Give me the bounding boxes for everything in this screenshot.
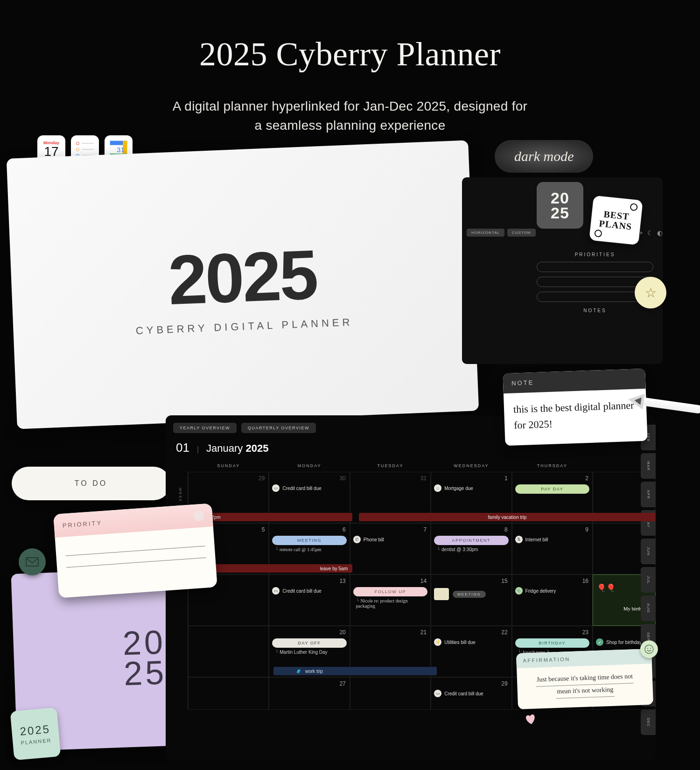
sticky-memo-icon (434, 588, 449, 600)
month-tab[interactable]: DEC (641, 709, 656, 735)
tab-horizontal[interactable]: HORIZONTAL (467, 229, 504, 237)
notes-heading: NOTES (537, 308, 653, 313)
dark-mode-label: dark mode (495, 140, 593, 173)
svg-point-10 (650, 648, 651, 649)
tab-custom[interactable]: CUSTOM (507, 229, 536, 237)
dark-year-box: 20 25 (537, 182, 583, 229)
birthday-pill: BIRTHDAY (515, 638, 589, 648)
payday-pill: PAY DAY (515, 484, 589, 494)
phone-icon: ✆ (353, 536, 361, 543)
day-of-week-row: SUNDAY MONDAY TUESDAY WEDNESDAY THURSDAY (173, 460, 656, 472)
svg-text:31: 31 (117, 146, 124, 154)
svg-point-8 (645, 645, 654, 654)
dayoff-pill: DAY OFF (272, 638, 346, 648)
star-sticker-icon: ☆ (635, 277, 666, 308)
month-tab[interactable]: JUN (641, 539, 656, 564)
priority-card: PRIORITY (53, 503, 217, 598)
todo-pill[interactable]: TO DO (12, 467, 170, 500)
calendar-week-row: WEEK 1 29 30 ▭Credit card bill due 31 1 … (173, 472, 656, 523)
tab-yearly-overview[interactable]: YEARLY OVERVIEW (173, 423, 237, 433)
card-icon: ▭ (272, 484, 280, 492)
page-subtitle: A digital planner hyperlinked for Jan-De… (0, 97, 700, 135)
vacation-banner: family vacation trip (359, 513, 656, 521)
followup-pill: FOLLOW UP (353, 587, 427, 596)
clip-icon: 📎 (515, 587, 523, 595)
moon-icon[interactable]: ☾ (647, 229, 653, 237)
meeting-pill: MEETING (272, 536, 346, 545)
mint-planner-sticker: 2025 PLANNER (10, 707, 61, 760)
mail-sticker-icon (19, 548, 46, 575)
tab-quarterly-overview[interactable]: QUARTERLY OVERVIEW (241, 423, 316, 433)
check-icon[interactable]: ✓ (596, 638, 603, 646)
affirmation-card: AFFIRMATION Just because it's taking tim… (516, 649, 653, 709)
month-tab[interactable]: JUL (641, 567, 656, 593)
note-card: NOTE this is the best digital planner fo… (503, 369, 647, 446)
globe-icon[interactable]: ◐ (657, 229, 663, 237)
bolt-icon: ⚡ (434, 638, 441, 646)
svg-point-9 (647, 648, 648, 649)
month-tab[interactable]: AUG (641, 595, 656, 621)
priorities-heading: PRIORITIES (537, 252, 653, 257)
calendar-week-row: 13 ▭Credit card bill due 14 FOLLOW UP Ni… (173, 574, 656, 626)
best-plans-sticker: BEST PLANS (588, 195, 644, 246)
briefcase-icon: 🧳 (296, 669, 301, 674)
heart-sticker-icon (523, 712, 539, 727)
worktrip-banner: 🧳work trip (273, 667, 437, 675)
calendar-week-row: 5 6 MEETING remote call @ 1:45pm 7 ✆Phon… (173, 523, 656, 574)
month-calendar: YEARLY OVERVIEW QUARTERLY OVERVIEW CAL 0… (166, 415, 656, 761)
month-tab[interactable]: APR (641, 482, 656, 507)
balloons-icon: 🎈🎈 (597, 583, 616, 592)
priority-dot-icon (193, 511, 204, 521)
page-title: 2025 Cyberry Planner (0, 35, 700, 74)
note-card-body: this is the best digital planner for 202… (504, 389, 648, 446)
house-icon: ⌂ (434, 484, 441, 492)
appointment-pill: APPOINTMENT (434, 536, 508, 545)
cover-card-light: 2025 CYBERRY DIGITAL PLANNER (7, 140, 479, 429)
wifi-icon: ⇅ (515, 536, 523, 543)
month-tab[interactable]: MAR (641, 453, 656, 479)
svg-rect-7 (26, 558, 38, 566)
